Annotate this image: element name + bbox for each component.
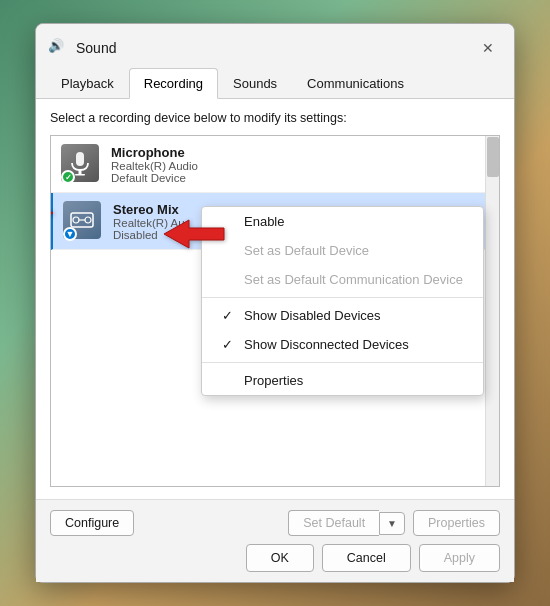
tab-communications[interactable]: Communications xyxy=(292,68,419,99)
tab-recording[interactable]: Recording xyxy=(129,68,218,99)
context-menu: Enable Set as Default Device Set as Defa… xyxy=(201,206,484,396)
arrow-left-indicator xyxy=(50,195,58,234)
tab-playback[interactable]: Playback xyxy=(46,68,129,99)
sound-icon: 🔊 xyxy=(48,38,68,58)
dialog-title: Sound xyxy=(76,40,116,56)
arrow-right-indicator xyxy=(159,216,229,255)
set-default-button[interactable]: Set Default xyxy=(288,510,379,536)
ctx-set-default-comm: Set as Default Communication Device xyxy=(202,265,483,294)
microphone-status: Default Device xyxy=(111,172,198,184)
scrollbar[interactable] xyxy=(485,136,499,486)
microphone-status-badge: ✓ xyxy=(61,170,75,184)
ctx-separator-2 xyxy=(202,362,483,363)
instruction-text: Select a recording device below to modif… xyxy=(50,111,500,125)
microphone-sub: Realtek(R) Audio xyxy=(111,160,198,172)
set-default-wrap: Set Default ▼ xyxy=(288,510,405,536)
microphone-name: Microphone xyxy=(111,145,198,160)
tab-sounds[interactable]: Sounds xyxy=(218,68,292,99)
sound-dialog: 🔊 Sound ✕ Playback Recording Sounds Comm… xyxy=(35,23,515,583)
ctx-show-disconnected[interactable]: ✓ Show Disconnected Devices xyxy=(202,330,483,359)
ok-button[interactable]: OK xyxy=(246,544,314,572)
scrollbar-thumb[interactable] xyxy=(487,137,499,177)
main-content: Select a recording device below to modif… xyxy=(36,99,514,499)
ctx-separator-1 xyxy=(202,297,483,298)
svg-marker-7 xyxy=(50,199,53,227)
title-bar: 🔊 Sound ✕ xyxy=(36,24,514,68)
svg-point-5 xyxy=(85,217,91,223)
cancel-button[interactable]: Cancel xyxy=(322,544,411,572)
ctx-properties[interactable]: Properties xyxy=(202,366,483,395)
set-default-dropdown[interactable]: ▼ xyxy=(379,512,405,535)
configure-button[interactable]: Configure xyxy=(50,510,134,536)
svg-marker-8 xyxy=(164,220,224,248)
svg-rect-0 xyxy=(76,152,84,166)
stereo-mix-status-badge: ▼ xyxy=(63,227,77,241)
svg-rect-2 xyxy=(75,174,85,176)
ctx-show-disabled[interactable]: ✓ Show Disabled Devices xyxy=(202,301,483,330)
microphone-icon-wrap: ✓ xyxy=(61,144,101,184)
ctx-set-default: Set as Default Device xyxy=(202,236,483,265)
device-item-microphone[interactable]: ✓ Microphone Realtek(R) Audio Default De… xyxy=(51,136,499,193)
bottom-bar: Configure Set Default ▼ Properties OK Ca… xyxy=(36,499,514,582)
svg-rect-1 xyxy=(79,170,82,174)
dialog-buttons-row: OK Cancel Apply xyxy=(50,544,500,572)
properties-button[interactable]: Properties xyxy=(413,510,500,536)
stereo-mix-name: Stereo Mix xyxy=(113,202,185,217)
device-list[interactable]: ✓ Microphone Realtek(R) Audio Default De… xyxy=(50,135,500,487)
apply-button[interactable]: Apply xyxy=(419,544,500,572)
ctx-enable[interactable]: Enable xyxy=(202,207,483,236)
svg-point-4 xyxy=(73,217,79,223)
action-row: Configure Set Default ▼ Properties xyxy=(50,510,500,536)
tab-bar: Playback Recording Sounds Communications xyxy=(36,68,514,99)
close-button[interactable]: ✕ xyxy=(474,34,502,62)
stereo-mix-icon-wrap: ▼ xyxy=(63,201,103,241)
